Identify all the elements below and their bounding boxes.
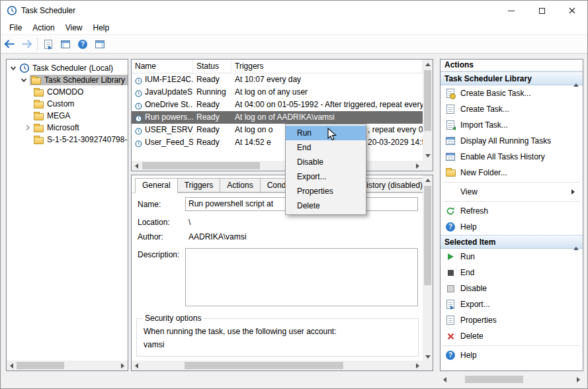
tree-item-label: Task Scheduler Library [44,75,125,85]
task-row[interactable]: JavaUpdateS... Running At log on of any … [132,86,423,99]
forward-icon [21,40,32,48]
scroll-right-button[interactable] [413,161,423,171]
location-label: Location: [138,218,170,227]
tree-item-mega[interactable]: MEGA [7,110,128,122]
task-row[interactable]: OneDrive St... Ready At 04:00 on 01-05-1… [132,99,423,111]
action-delete[interactable]: Delete [441,328,583,344]
scroll-down-button[interactable] [423,151,433,161]
back-button[interactable] [1,36,18,52]
action-refresh[interactable]: Refresh [441,203,583,219]
tree-item-root[interactable]: Task Scheduler (Local) [7,62,128,74]
scrollbar-thumb[interactable] [424,70,431,131]
scrollbar-thumb[interactable] [424,186,431,285]
task-status: Ready [193,99,231,111]
scroll-left-button[interactable] [440,374,450,384]
scroll-right-button[interactable] [413,361,423,370]
column-header-status[interactable]: Status [193,60,231,73]
action-label: Enable All Tasks History [460,152,545,161]
scroll-left-button[interactable] [7,361,17,370]
forward-button[interactable] [18,36,35,52]
collapse-icon[interactable] [573,238,579,247]
tasks-history-icon [445,153,456,161]
scrollbar-thumb[interactable] [465,376,523,383]
collapse-icon[interactable] [573,74,579,83]
menu-bar: File Action View Help [1,21,587,35]
tree-item-library[interactable]: Task Scheduler Library [7,74,128,86]
action-new-folder[interactable]: New Folder... [441,165,583,181]
actions-group-header-selected-item[interactable]: Selected Item [441,235,583,249]
minimize-button[interactable] [496,1,526,21]
action-label: End [460,268,474,277]
details-horizontal-scrollbar[interactable] [132,361,423,370]
maximize-button[interactable] [526,1,557,21]
folder-tree-pane: Task Scheduler (Local) Task Scheduler Li… [6,59,128,371]
task-scheduler-window: Task Scheduler File Action View Help [0,0,588,389]
action-create-task[interactable]: Create Task... [441,101,583,117]
context-menu-run[interactable]: Run [286,126,366,140]
collapse-expand-icon[interactable] [21,77,27,83]
menu-view[interactable]: View [60,21,88,34]
column-header-triggers[interactable]: Triggers [231,60,423,73]
description-field[interactable] [185,248,418,306]
tree-item-sid[interactable]: S-1-5-21-3092740798-... [7,134,128,146]
title-bar: Task Scheduler [1,1,587,21]
scroll-up-button[interactable] [423,60,433,69]
action-view[interactable]: View [441,184,583,200]
scroll-left-button[interactable] [132,361,142,370]
scrollbar-thumb[interactable] [142,162,260,169]
action-help-selected[interactable]: Help [441,347,583,363]
scrollbar-thumb[interactable] [185,362,343,369]
task-row-selected[interactable]: Run powers... Ready At log on of AADRIKA… [132,111,423,124]
folder-icon [31,77,41,85]
scrollbar-corner [423,361,433,370]
tab-actions[interactable]: Actions [220,178,260,193]
actions-group-header-library[interactable]: Task Scheduler Library [441,71,583,85]
scroll-right-button[interactable] [118,361,128,370]
action-end[interactable]: End [441,265,583,281]
action-pane-button[interactable] [91,36,108,52]
action-display-running-tasks[interactable]: Display All Running Tasks [441,133,583,149]
action-create-basic-task[interactable]: Create Basic Task... [441,85,583,101]
tab-triggers[interactable]: Triggers [177,178,221,193]
tree-item-microsoft[interactable]: Microsoft [7,122,128,134]
action-import-task[interactable]: Import Task... [441,117,583,133]
task-row[interactable]: IUM-F1E24C... Ready At 10:07 every day [132,73,423,86]
task-list-vertical-scrollbar[interactable] [423,60,433,161]
tree-item-custom[interactable]: Custom [7,98,128,110]
action-disable[interactable]: Disable [441,281,583,296]
task-row[interactable]: USER_ESRV_... Ready At log on o, repeat … [132,124,423,136]
help-button[interactable] [74,36,91,52]
action-properties[interactable]: Properties [441,312,583,328]
actions-horizontal-scrollbar[interactable] [440,374,583,384]
export-list-button[interactable] [40,36,57,52]
context-menu-delete[interactable]: Delete [286,198,366,213]
task-row[interactable]: User_Feed_S... Ready At 14:52 e20-03-202… [132,136,423,149]
menu-help[interactable]: Help [88,21,115,34]
scroll-up-button[interactable] [423,175,433,185]
context-menu-export[interactable]: Export... [286,169,366,184]
tree-horizontal-scrollbar[interactable] [7,361,128,370]
action-run[interactable]: Run [441,249,583,265]
menu-action[interactable]: Action [27,21,60,34]
scroll-left-button[interactable] [132,161,142,171]
task-status: Ready [193,111,231,124]
collapse-expand-icon[interactable] [10,65,17,71]
collapse-expand-icon[interactable] [24,124,31,131]
action-enable-tasks-history[interactable]: Enable All Tasks History [441,149,583,165]
tab-general[interactable]: General [135,178,178,193]
context-menu-properties[interactable]: Properties [286,184,366,198]
scrollbar-thumb[interactable] [17,362,64,369]
action-help[interactable]: Help [441,219,583,235]
close-button[interactable] [557,1,587,21]
menu-file[interactable]: File [4,21,27,34]
context-menu-disable[interactable]: Disable [286,155,366,169]
details-vertical-scrollbar[interactable] [423,175,433,362]
tree-item-comodo[interactable]: COMODO [7,86,128,98]
scroll-right-button[interactable] [573,374,583,384]
action-export[interactable]: Export... [441,296,583,312]
task-list-horizontal-scrollbar[interactable] [132,161,423,171]
console-tree-button[interactable] [57,36,74,52]
context-menu-end[interactable]: End [286,140,366,155]
back-icon [4,40,15,48]
column-header-name[interactable]: Name [132,60,193,73]
